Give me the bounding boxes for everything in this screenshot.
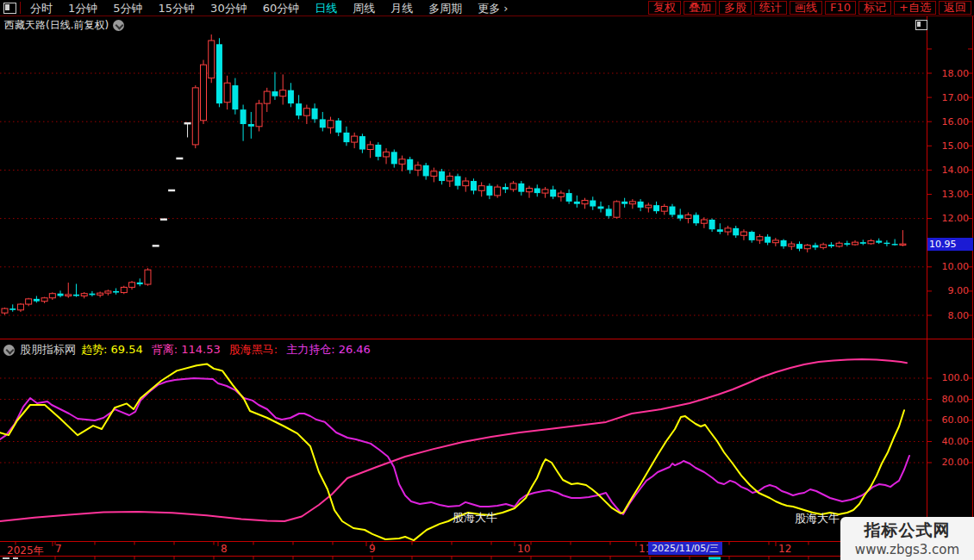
indicator-metrics: 趋势: 69.54背离: 114.53股海黑马:主力持仓: 26.46 xyxy=(81,342,371,358)
chart-title-label: 西藏天路(日线.前复权) xyxy=(4,18,109,33)
toolbar-button-返回[interactable]: 返回 xyxy=(939,1,971,15)
indicator-axis-label: 60.00 xyxy=(927,415,969,425)
watermark-title: 指标公式网 xyxy=(840,520,974,542)
month-label-12: 12 xyxy=(778,544,791,554)
price-label: 14.00 xyxy=(927,165,969,175)
metric-背离: 背离: 114.53 xyxy=(152,342,221,358)
price-label: 13.00 xyxy=(927,190,969,199)
price-label: 16.00 xyxy=(927,117,969,127)
period-tab-周线[interactable]: 周线 xyxy=(345,1,383,16)
indicator-axis-label: 80.00 xyxy=(927,395,969,404)
indicator-axis-label: 40.00 xyxy=(927,437,969,446)
chart-title-row: 西藏天路(日线.前复权) xyxy=(4,18,124,33)
toolbar-button-+自选[interactable]: +自选 xyxy=(894,1,936,15)
price-label: 12.00 xyxy=(927,214,969,223)
indicator-annotation: 股海大牛 xyxy=(453,512,497,523)
toolbar-button-复权[interactable]: 复权 xyxy=(648,1,681,15)
collapse-indicator-icon[interactable] xyxy=(3,345,15,356)
year-label: 2025年 xyxy=(7,544,44,558)
month-label-10: 10 xyxy=(517,544,530,554)
indicator-header: 股朋指标网 趋势: 69.54背离: 114.53股海黑马:主力持仓: 26.4… xyxy=(3,342,371,358)
indicator-axis-label: 100.0 xyxy=(927,373,969,383)
period-tab-30分钟[interactable]: 30分钟 xyxy=(203,1,255,16)
price-label: 17.00 xyxy=(927,93,969,103)
period-tab-15分钟[interactable]: 15分钟 xyxy=(151,1,203,16)
maximize-pane-icon[interactable] xyxy=(915,20,927,30)
toolbar-divider xyxy=(20,2,21,14)
period-tab-60分钟[interactable]: 60分钟 xyxy=(255,1,308,16)
highlighted-date: 2025/11/05/三 xyxy=(648,542,722,555)
toolbar-button-统计[interactable]: 统计 xyxy=(754,1,787,15)
toolbar-right-buttons: 复权叠加多股统计画线F10标记+自选返回 xyxy=(648,1,971,15)
toolbar-button-标记[interactable]: 标记 xyxy=(858,1,891,15)
split-window-icon[interactable] xyxy=(3,3,16,14)
period-tab-多周期[interactable]: 多周期 xyxy=(421,1,470,16)
price-label: 8.00 xyxy=(927,311,969,320)
toolbar-button-多股[interactable]: 多股 xyxy=(719,1,752,15)
toolbar-button-叠加[interactable]: 叠加 xyxy=(684,1,716,15)
trading-app: { "toolbar": { "periods": [ {"label": "分… xyxy=(0,0,974,560)
month-label-7: 7 xyxy=(55,544,62,554)
month-label-9: 9 xyxy=(369,544,376,554)
period-tab-日线[interactable]: 日线 xyxy=(307,1,345,16)
metric-主力持仓: 主力持仓: 26.46 xyxy=(286,342,371,358)
top-toolbar: 分时1分钟5分钟15分钟30分钟60分钟日线周线月线多周期更多 › 复权叠加多股… xyxy=(0,0,974,16)
toolbar-button-画线[interactable]: 画线 xyxy=(790,1,822,15)
indicator-axis-label: 20.00 xyxy=(927,457,969,467)
chevron-down-icon[interactable] xyxy=(113,20,124,31)
indicator-annotation: 股海大牛 xyxy=(795,513,840,524)
price-label: 10.00 xyxy=(927,262,969,271)
period-tabs: 分时1分钟5分钟15分钟30分钟60分钟日线周线月线多周期更多 › xyxy=(22,1,516,16)
indicator-source-label: 股朋指标网 xyxy=(20,342,76,358)
metric-股海黑马: 股海黑马: xyxy=(229,342,278,358)
period-tab-月线[interactable]: 月线 xyxy=(383,1,421,16)
period-tab-5分钟[interactable]: 5分钟 xyxy=(105,1,150,16)
watermark-url: www.zbgs3.com xyxy=(840,542,974,557)
price-label: 9.00 xyxy=(927,286,969,296)
last-price-badge: 10.95 xyxy=(927,238,973,251)
month-label-8: 8 xyxy=(221,544,228,554)
period-tab-1分钟[interactable]: 1分钟 xyxy=(60,1,105,16)
period-tab-更多 ›[interactable]: 更多 › xyxy=(470,1,515,16)
period-tab-分时[interactable]: 分时 xyxy=(22,1,60,16)
price-label: 15.00 xyxy=(927,141,969,151)
toolbar-button-F10[interactable]: F10 xyxy=(825,1,856,15)
price-label: 18.00 xyxy=(927,69,969,78)
chart-canvas xyxy=(0,0,974,560)
watermark: 指标公式网 www.zbgs3.com xyxy=(840,517,974,560)
metric-趋势: 趋势: 69.54 xyxy=(81,342,143,358)
